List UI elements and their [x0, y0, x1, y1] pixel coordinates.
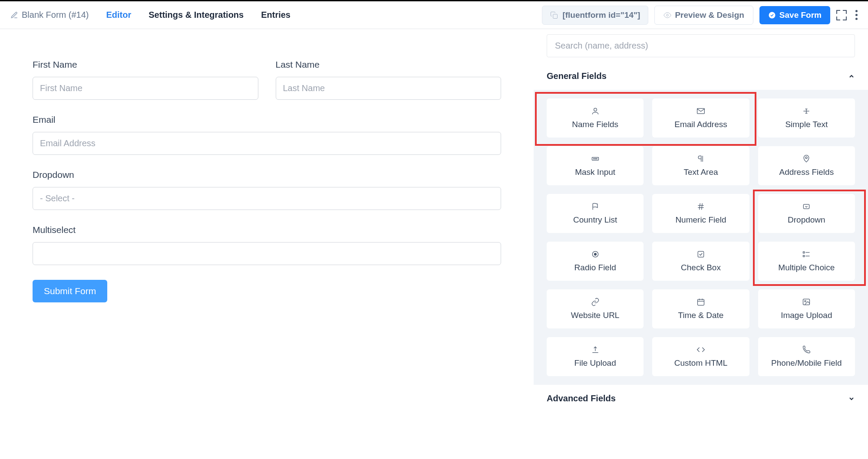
- paragraph-icon: [696, 154, 705, 163]
- field-tile-numeric-field[interactable]: Numeric Field: [652, 194, 749, 233]
- mail-icon: [696, 107, 705, 115]
- field-tile-email-address[interactable]: Email Address: [652, 98, 749, 138]
- field-tile-file-upload[interactable]: File Upload: [547, 337, 644, 376]
- last-name-input[interactable]: [276, 77, 502, 100]
- svg-point-6: [593, 158, 594, 159]
- hash-icon: [696, 202, 705, 211]
- fields-sidebar: General Fields Name Fields Email Address: [534, 29, 868, 459]
- field-tile-dropdown[interactable]: Dropdown: [758, 194, 855, 233]
- check-circle-icon: [768, 11, 776, 19]
- field-tile-country-list[interactable]: Country List: [547, 194, 644, 233]
- edit-icon: [10, 11, 18, 19]
- image-icon: [802, 298, 811, 306]
- dropdown-icon: [802, 202, 811, 211]
- preview-design-button[interactable]: Preview & Design: [654, 6, 753, 25]
- upload-icon: [591, 345, 600, 354]
- last-name-label: Last Name: [276, 59, 502, 70]
- text-cursor-icon: [802, 107, 811, 115]
- field-tile-check-box[interactable]: Check Box: [652, 242, 749, 281]
- link-icon: [591, 298, 600, 306]
- checkbox-icon: [696, 250, 705, 259]
- email-label: Email: [33, 115, 501, 125]
- copy-icon: [550, 11, 558, 19]
- svg-rect-26: [803, 299, 810, 305]
- field-tile-name-fields[interactable]: Name Fields: [547, 98, 644, 138]
- form-title-text: Blank Form (#14): [22, 10, 89, 20]
- general-fields-grid: Name Fields Email Address Simple Text Ma…: [534, 90, 868, 385]
- field-tile-simple-text[interactable]: Simple Text: [758, 98, 855, 138]
- form-title[interactable]: Blank Form (#14): [10, 10, 89, 20]
- eye-icon: [663, 11, 671, 19]
- more-menu-icon[interactable]: [855, 10, 858, 20]
- field-tile-website-url[interactable]: Website URL: [547, 289, 644, 328]
- radio-icon: [591, 250, 600, 259]
- list-icon: [802, 250, 811, 259]
- chevron-down-icon: [848, 395, 855, 402]
- shortcode-text: [fluentform id="14"]: [562, 10, 640, 20]
- dropdown-label: Dropdown: [33, 170, 501, 180]
- first-name-label: First Name: [33, 59, 258, 70]
- svg-rect-18: [803, 252, 805, 253]
- field-tile-phone-mobile[interactable]: Phone/Mobile Field: [758, 337, 855, 376]
- general-fields-header[interactable]: General Fields: [534, 62, 868, 90]
- field-tile-custom-html[interactable]: Custom HTML: [652, 337, 749, 376]
- svg-line-12: [700, 203, 700, 210]
- field-tile-multiple-choice[interactable]: Multiple Choice: [758, 242, 855, 281]
- svg-point-1: [667, 14, 669, 16]
- svg-point-3: [594, 108, 597, 111]
- svg-rect-0: [553, 14, 558, 18]
- svg-point-9: [805, 157, 807, 158]
- dropdown-input[interactable]: [33, 187, 501, 210]
- svg-rect-4: [697, 108, 705, 114]
- save-button-label: Save Form: [779, 10, 822, 20]
- field-tile-image-upload[interactable]: Image Upload: [758, 289, 855, 328]
- chevron-up-icon: [848, 73, 855, 80]
- svg-point-16: [594, 253, 596, 256]
- multiselect-label: Multiselect: [33, 225, 501, 235]
- shortcode-display[interactable]: [fluentform id="14"]: [542, 6, 648, 25]
- svg-rect-22: [697, 299, 704, 305]
- email-input[interactable]: [33, 132, 501, 155]
- app-header: Blank Form (#14) Editor Settings & Integ…: [0, 1, 868, 29]
- svg-line-13: [702, 203, 703, 210]
- tab-settings[interactable]: Settings & Integrations: [149, 10, 244, 20]
- flag-icon: [591, 202, 600, 211]
- phone-icon: [802, 345, 811, 354]
- svg-point-8: [596, 158, 597, 159]
- svg-rect-20: [803, 256, 805, 257]
- user-icon: [591, 107, 600, 115]
- svg-point-7: [595, 158, 596, 159]
- tab-entries[interactable]: Entries: [261, 10, 290, 20]
- svg-point-2: [769, 12, 775, 18]
- field-tile-radio-field[interactable]: Radio Field: [547, 242, 644, 281]
- mask-icon: [591, 154, 600, 163]
- code-icon: [696, 345, 705, 354]
- svg-rect-14: [804, 204, 809, 209]
- calendar-icon: [696, 298, 705, 306]
- search-input[interactable]: [547, 34, 855, 57]
- field-tile-address-fields[interactable]: Address Fields: [758, 146, 855, 185]
- general-fields-title: General Fields: [547, 71, 607, 81]
- field-tile-text-area[interactable]: Text Area: [652, 146, 749, 185]
- advanced-fields-title: Advanced Fields: [547, 393, 616, 403]
- save-form-button[interactable]: Save Form: [759, 6, 830, 24]
- tab-editor[interactable]: Editor: [106, 10, 132, 20]
- submit-form-button[interactable]: Submit Form: [33, 280, 107, 302]
- expand-icon[interactable]: [836, 10, 847, 20]
- field-tile-mask-input[interactable]: Mask Input: [547, 146, 644, 185]
- preview-button-label: Preview & Design: [675, 10, 744, 20]
- field-tile-time-date[interactable]: Time & Date: [652, 289, 749, 328]
- svg-point-27: [805, 301, 806, 302]
- location-icon: [802, 154, 811, 163]
- multiselect-input[interactable]: [33, 242, 501, 265]
- svg-rect-17: [698, 251, 703, 257]
- advanced-fields-header[interactable]: Advanced Fields: [534, 385, 868, 412]
- form-canvas: First Name Last Name Email Dropdown Mult…: [0, 29, 534, 459]
- first-name-input[interactable]: [33, 77, 258, 100]
